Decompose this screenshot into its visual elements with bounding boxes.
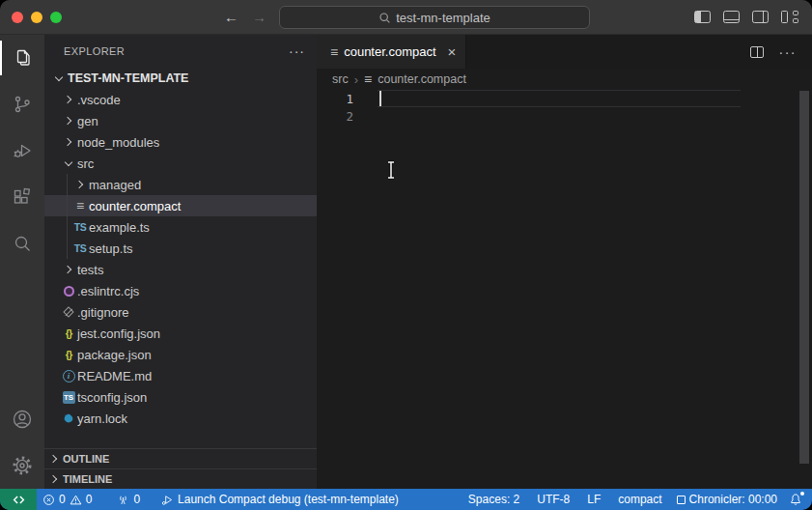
- tree-item[interactable]: .vscode: [44, 89, 317, 110]
- problems-indicator[interactable]: 0 0: [37, 489, 98, 510]
- tree-item[interactable]: TSexample.ts: [44, 216, 317, 238]
- tree-item[interactable]: {}package.json: [44, 344, 317, 365]
- timeline-section-label: TIMELINE: [63, 473, 112, 485]
- breadcrumb: src › ≡ counter.compact: [317, 69, 812, 90]
- tree-item-label: .vscode: [77, 93, 121, 107]
- status-bar: 0 0 0 Launch Compact debug (test-mn-temp…: [0, 489, 812, 510]
- editor-more-actions-icon[interactable]: ···: [779, 44, 798, 60]
- customize-layout-icon[interactable]: [781, 11, 798, 24]
- breadcrumb-folder[interactable]: src: [332, 72, 349, 86]
- debug-launch-label: Launch Compact debug (test-mn-template): [178, 493, 399, 506]
- sidebar-item-run-debug[interactable]: [0, 128, 44, 174]
- minimize-button[interactable]: [31, 12, 42, 23]
- tree-item[interactable]: managed: [44, 174, 317, 195]
- tree-item[interactable]: src: [44, 153, 317, 174]
- close-tab-icon[interactable]: ×: [448, 43, 457, 60]
- sidebar-item-extensions[interactable]: [0, 174, 44, 220]
- timeline-section-header[interactable]: TIMELINE: [44, 468, 317, 489]
- tree-item[interactable]: tests: [44, 259, 317, 280]
- toggle-primary-sidebar-icon[interactable]: [694, 11, 711, 23]
- search-icon: [11, 232, 34, 255]
- list-file-icon: ≡: [364, 71, 372, 87]
- chevron-right-icon: [64, 117, 71, 125]
- toggle-secondary-sidebar-icon[interactable]: [752, 11, 769, 23]
- search-value: test-mn-template: [396, 11, 490, 25]
- search-icon: [378, 12, 391, 24]
- zoom-button[interactable]: [50, 12, 62, 23]
- status-item-language-mode[interactable]: compact: [609, 489, 670, 510]
- tree-item-label: tests: [77, 263, 103, 277]
- ports-count: 0: [133, 493, 140, 506]
- line-number: 2: [317, 109, 377, 124]
- status-item-eol[interactable]: LF: [578, 489, 609, 510]
- explorer-sidebar: EXPLORER ··· TEST-MN-TEMPLATE.vscodegenn…: [44, 35, 317, 489]
- tree-item-label: package.json: [77, 348, 152, 362]
- tree-item[interactable]: TSsetup.ts: [44, 238, 317, 259]
- source-control-icon: [11, 93, 34, 116]
- debug-launch-button[interactable]: Launch Compact debug (test-mn-template): [155, 489, 405, 510]
- status-item-indentation[interactable]: Spaces: 2: [460, 489, 528, 510]
- error-icon: [42, 494, 55, 506]
- settings-button[interactable]: [0, 442, 44, 489]
- chevron-separator-icon: ›: [354, 72, 358, 87]
- status-item-encoding[interactable]: UTF-8: [528, 489, 578, 510]
- current-line-highlight: [378, 90, 741, 107]
- workspace-root[interactable]: TEST-MN-TEMPLATE: [44, 68, 317, 89]
- tree-item[interactable]: .gitignore: [44, 301, 317, 323]
- eslint-icon: [64, 286, 74, 297]
- ports-indicator[interactable]: 0: [111, 489, 146, 510]
- status-item-chronicler[interactable]: Chronicler: 00:00: [671, 489, 783, 510]
- radio-tower-icon: [117, 494, 129, 506]
- command-center-search[interactable]: test-mn-template: [279, 6, 590, 29]
- chevron-right-icon: [49, 455, 57, 463]
- sidebar-item-explorer[interactable]: [0, 35, 44, 81]
- debug-start-icon: [161, 494, 174, 506]
- sidebar-title: EXPLORER: [64, 45, 125, 57]
- breadcrumb-file[interactable]: counter.compact: [378, 72, 466, 86]
- git-icon: [63, 306, 73, 317]
- remote-indicator[interactable]: [0, 489, 37, 510]
- tree-item-label: README.md: [77, 369, 152, 383]
- tree-item-label: node_modules: [77, 135, 159, 150]
- tree-item[interactable]: gen: [44, 110, 317, 131]
- workspace-label: TEST-MN-TEMPLATE: [68, 71, 188, 85]
- yarn-icon: [62, 411, 75, 425]
- text-caret: [379, 91, 381, 106]
- notification-badge: [800, 492, 804, 496]
- tree-item[interactable]: .eslintrc.cjs: [44, 280, 317, 301]
- tree-item[interactable]: ≡counter.compact: [44, 195, 317, 216]
- tree-item-label: counter.compact: [89, 199, 181, 213]
- tree-item-label: jest.config.json: [77, 326, 160, 341]
- account-icon: [11, 408, 34, 431]
- extensions-icon: [11, 185, 34, 209]
- account-button[interactable]: [0, 396, 44, 442]
- sidebar-item-source-control[interactable]: [0, 81, 44, 128]
- tree-item[interactable]: TStsconfig.json: [44, 386, 317, 408]
- tree-item-label: example.ts: [89, 220, 150, 235]
- tree-item[interactable]: yarn.lock: [44, 408, 317, 429]
- tree-item[interactable]: iREADME.md: [44, 365, 317, 386]
- back-arrow-icon[interactable]: ←: [224, 9, 238, 25]
- tab-counter-compact[interactable]: ≡ counter.compact ×: [317, 35, 466, 69]
- tree-item-label: yarn.lock: [77, 411, 127, 426]
- notifications-bell[interactable]: [783, 489, 812, 510]
- file-tree: TEST-MN-TEMPLATE.vscodegennode_modulessr…: [44, 68, 317, 448]
- editor-scrollbar[interactable]: [799, 91, 809, 464]
- chevron-right-icon: [75, 181, 83, 188]
- sidebar-item-search[interactable]: [0, 220, 44, 267]
- close-button[interactable]: [12, 12, 23, 23]
- tree-item[interactable]: node_modules: [44, 131, 317, 153]
- tree-item[interactable]: {}jest.config.json: [44, 323, 317, 344]
- chevron-down-icon: [65, 157, 72, 165]
- code-editor[interactable]: 1 2: [317, 90, 812, 489]
- editor-group: ≡ counter.compact × ··· src › ≡ counter.…: [317, 35, 812, 489]
- gear-icon: [11, 454, 34, 477]
- forward-arrow-icon[interactable]: →: [252, 9, 266, 25]
- debug-icon: [11, 139, 34, 162]
- outline-section-header[interactable]: OUTLINE: [44, 448, 317, 468]
- explorer-more-actions-button[interactable]: ···: [289, 43, 305, 59]
- json-icon: {}: [66, 349, 72, 360]
- split-editor-icon[interactable]: [750, 46, 764, 58]
- toggle-panel-icon[interactable]: [723, 11, 740, 23]
- warning-count: 0: [86, 493, 93, 506]
